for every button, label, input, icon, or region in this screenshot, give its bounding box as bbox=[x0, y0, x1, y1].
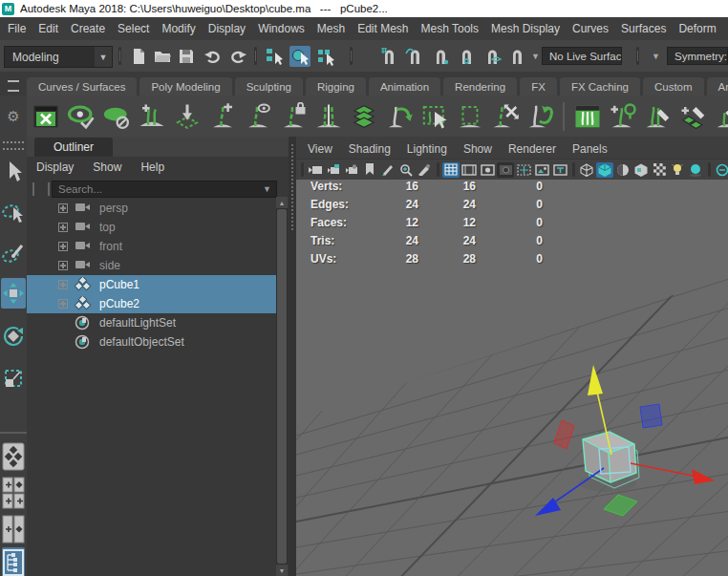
outliner-item-persp[interactable]: persp bbox=[27, 199, 277, 218]
outliner-item-defaultlightset[interactable]: defaultLightSet bbox=[27, 313, 277, 332]
expand-icon[interactable] bbox=[58, 242, 68, 251]
menu-edit-mesh[interactable]: Edit Mesh bbox=[357, 22, 408, 35]
chevron-down-icon[interactable]: ▼ bbox=[95, 47, 112, 67]
select-component-button[interactable] bbox=[315, 46, 336, 67]
filter-icon[interactable] bbox=[32, 182, 50, 196]
layout-four-pane-button[interactable] bbox=[2, 477, 25, 509]
expand-icon[interactable] bbox=[58, 299, 68, 309]
outliner-menu-show[interactable]: Show bbox=[93, 160, 121, 174]
shelf-tab-arnold[interactable]: Arnold bbox=[707, 77, 728, 96]
camera-lock-icon[interactable] bbox=[325, 162, 342, 178]
expand-icon[interactable] bbox=[58, 280, 68, 289]
shadows-icon[interactable] bbox=[687, 162, 704, 178]
vp-menu-view[interactable]: View bbox=[308, 142, 332, 156]
save-scene-button[interactable] bbox=[176, 46, 197, 67]
pan-zoom-icon[interactable] bbox=[397, 162, 415, 178]
layout-outliner-persp-button[interactable] bbox=[2, 547, 25, 576]
shelf-menu-icon[interactable] bbox=[8, 80, 19, 92]
lighting-icon[interactable] bbox=[669, 162, 686, 178]
gate-mask-icon[interactable] bbox=[497, 162, 514, 178]
shelf-tab-animation[interactable]: Animation bbox=[369, 77, 440, 96]
new-scene-button[interactable] bbox=[128, 46, 149, 67]
chevron-down-icon[interactable]: ▼ bbox=[531, 52, 540, 61]
menu-deform[interactable]: Deform bbox=[678, 22, 716, 35]
preview-eye-icon[interactable] bbox=[65, 100, 96, 132]
convert-curves-icon[interactable] bbox=[525, 100, 556, 132]
outliner-item-pcube2[interactable]: pCube2 bbox=[27, 294, 277, 313]
panel-splitter[interactable] bbox=[289, 137, 296, 576]
search-input[interactable]: Search... ▼ bbox=[52, 181, 277, 198]
menu-select[interactable]: Select bbox=[118, 22, 149, 35]
empty-patch-icon[interactable] bbox=[454, 100, 485, 132]
shelf-tab-curves-surfaces[interactable]: Curves / Surfaces bbox=[27, 77, 137, 96]
use-default-material-icon[interactable] bbox=[651, 162, 668, 178]
open-scene-button[interactable] bbox=[152, 46, 173, 67]
lock-curve-icon[interactable] bbox=[277, 100, 309, 132]
xgen-editor-icon[interactable] bbox=[30, 100, 61, 132]
outliner-menu-help[interactable]: Help bbox=[140, 160, 164, 174]
snap-projected-center-button[interactable] bbox=[456, 46, 477, 67]
outliner-item-front[interactable]: front bbox=[27, 237, 277, 256]
outliner-item-side[interactable]: side bbox=[27, 256, 277, 275]
move-curves-icon[interactable] bbox=[489, 100, 521, 132]
menu-curves[interactable]: Curves bbox=[572, 22, 609, 35]
vp-menu-show[interactable]: Show bbox=[463, 142, 492, 156]
menu-mesh-tools[interactable]: Mesh Tools bbox=[421, 22, 479, 35]
menu-create[interactable]: Create bbox=[71, 22, 105, 35]
smooth-shade-icon[interactable] bbox=[596, 162, 613, 178]
menu-file[interactable]: File bbox=[8, 22, 26, 35]
menu-modify[interactable]: Modify bbox=[161, 22, 195, 35]
field-chart-icon[interactable] bbox=[515, 162, 532, 178]
film-gate-icon[interactable] bbox=[460, 162, 478, 178]
snap-point-button[interactable] bbox=[430, 46, 451, 67]
shelf-tab-poly-modeling[interactable]: Poly Modeling bbox=[139, 77, 231, 96]
scrollbar-thumb[interactable] bbox=[277, 209, 287, 564]
flat-shade-icon[interactable] bbox=[614, 162, 632, 178]
hide-preview-icon[interactable] bbox=[100, 100, 132, 132]
redo-button[interactable] bbox=[227, 46, 248, 67]
scale-tool-button[interactable] bbox=[1, 363, 26, 394]
bake-curve-icon[interactable] bbox=[383, 100, 415, 132]
scroll-up-icon[interactable]: ▲ bbox=[276, 197, 288, 208]
menu-display[interactable]: Display bbox=[208, 22, 246, 35]
select-hierarchy-button[interactable] bbox=[264, 46, 285, 67]
shelf-tab-rigging[interactable]: Rigging bbox=[306, 77, 366, 96]
shelf-tab-rendering[interactable]: Rendering bbox=[443, 77, 517, 96]
add-brush-icon[interactable] bbox=[677, 100, 709, 132]
outliner-tab[interactable]: Outliner bbox=[34, 138, 113, 157]
menu-mesh-display[interactable]: Mesh Display bbox=[491, 22, 560, 35]
shelf-tab-fx-caching[interactable]: FX Caching bbox=[560, 77, 640, 96]
outliner-menu-display[interactable]: Display bbox=[36, 160, 74, 174]
add-curve-icon[interactable] bbox=[206, 100, 238, 132]
camera-icon[interactable] bbox=[307, 162, 324, 178]
split-curve-icon[interactable] bbox=[312, 100, 344, 132]
vp-menu-renderer[interactable]: Renderer bbox=[508, 142, 556, 156]
layout-two-pane-button[interactable] bbox=[2, 515, 25, 544]
camera-attributes-icon[interactable] bbox=[343, 162, 360, 178]
vp-menu-panels[interactable]: Panels bbox=[572, 142, 608, 156]
outliner-item-top[interactable]: top bbox=[27, 218, 277, 237]
layout-single-pane-button[interactable] bbox=[2, 442, 25, 471]
curve-visibility-icon[interactable] bbox=[242, 100, 273, 132]
snap-view-plane-button[interactable] bbox=[482, 46, 503, 67]
shelf-tab-custom[interactable]: Custom bbox=[643, 77, 704, 96]
expand-icon[interactable] bbox=[58, 261, 68, 270]
menu-edit[interactable]: Edit bbox=[38, 22, 58, 35]
select-patch-icon[interactable] bbox=[418, 100, 450, 132]
safe-action-icon[interactable] bbox=[533, 162, 550, 178]
expand-icon[interactable] bbox=[58, 203, 68, 213]
menu-mesh[interactable]: Mesh bbox=[317, 22, 345, 35]
import-description-icon[interactable] bbox=[136, 100, 167, 132]
snap-curve-button[interactable] bbox=[404, 46, 425, 67]
menu-surfaces[interactable]: Surfaces bbox=[621, 22, 666, 35]
lasso-tool-button[interactable] bbox=[1, 197, 26, 227]
symmetry-field[interactable]: Symmetry: Off bbox=[667, 47, 728, 65]
bookmarks-icon[interactable] bbox=[361, 162, 378, 178]
live-surface-field[interactable]: No Live Surface bbox=[542, 47, 622, 65]
vp-menu-shading[interactable]: Shading bbox=[349, 142, 391, 156]
shelf-tab-sculpting[interactable]: Sculpting bbox=[235, 77, 303, 96]
expand-icon[interactable] bbox=[58, 223, 68, 232]
gear-icon[interactable]: ⚙ bbox=[0, 96, 27, 137]
add-groom-icon[interactable] bbox=[607, 100, 638, 132]
grease-pencil-icon[interactable] bbox=[379, 162, 396, 178]
